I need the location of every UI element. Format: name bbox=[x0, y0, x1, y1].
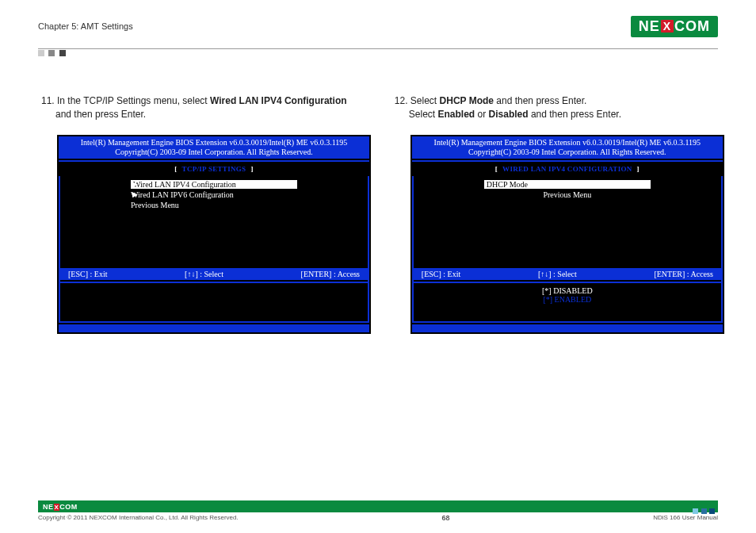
help-arrows: [↑↓] : Select bbox=[538, 270, 577, 278]
square-icon bbox=[701, 508, 707, 514]
square-icon bbox=[59, 50, 66, 56]
footer-text-row: Copyright © 2011 NEXCOM International Co… bbox=[38, 514, 718, 522]
bracket-icon: [ bbox=[491, 165, 502, 173]
menu-item-ipv6[interactable]: Wired LAN IPV6 Configuration▶ bbox=[60, 190, 368, 200]
help-enter: [ENTER] : Access bbox=[301, 270, 360, 278]
instr-text: Select bbox=[409, 109, 438, 120]
divider bbox=[38, 48, 718, 49]
logo-part-right: COM bbox=[674, 18, 710, 35]
step-number: 11. bbox=[41, 95, 55, 106]
help-arrows: [↑↓] : Select bbox=[185, 270, 223, 278]
instr-text: In the TCP/IP Settings menu, select bbox=[55, 95, 210, 106]
instr-bold: Enabled bbox=[438, 109, 475, 120]
bios-menu: Wired LAN IPV4 Configuration▶ Wired LAN … bbox=[59, 176, 369, 268]
bios-section-title: [ WIRED LAN IPV4 CONFIGURATION ] bbox=[412, 160, 723, 176]
footer-logo: NEXCOM bbox=[43, 503, 78, 511]
bios-bottom-bar bbox=[412, 324, 723, 332]
bios-title-line1: Intel(R) Management Engine BIOS Extensio… bbox=[415, 138, 720, 148]
bios-help-bar: [ESC] : Exit [↑↓] : Select [ENTER] : Acc… bbox=[59, 268, 369, 280]
bios-help-bar: [ESC] : Exit [↑↓] : Select [ENTER] : Acc… bbox=[412, 268, 723, 280]
menu-label: Previous Menu bbox=[484, 190, 651, 199]
menu-item-dhcp[interactable]: DHCP Mode bbox=[414, 179, 721, 190]
bios-title-line2: Copyright(C) 2003-09 Intel Corporation. … bbox=[415, 148, 720, 157]
logo-part-right: COM bbox=[59, 503, 78, 511]
menu-label: DHCP Mode bbox=[484, 180, 651, 189]
menu-label: Previous Menu bbox=[131, 201, 297, 209]
help-esc: [ESC] : Exit bbox=[422, 270, 460, 278]
bracket-icon: ] bbox=[632, 165, 644, 173]
square-icon bbox=[38, 50, 44, 56]
instr-text: or bbox=[475, 109, 488, 120]
bios-section-title: [ TCP/IP SETTINGS ] bbox=[59, 160, 369, 176]
logo-x-icon: X bbox=[661, 20, 674, 33]
menu-item-previous[interactable]: Previous Menu bbox=[60, 200, 368, 210]
column-right: 12. Select DHCP Mode and then press Ente… bbox=[391, 94, 718, 334]
logo-part-left: NE bbox=[639, 18, 660, 35]
bios-title-line1: Intel(R) Management Engine BIOS Extensio… bbox=[62, 138, 366, 148]
bios-header-bar: Intel(R) Management Engine BIOS Extensio… bbox=[412, 136, 723, 160]
page-header: Chapter 5: AMT Settings NE X COM bbox=[38, 12, 718, 40]
menu-item-previous[interactable]: Previous Menu bbox=[414, 190, 721, 200]
decorative-squares bbox=[38, 45, 67, 59]
option-disabled[interactable]: [*] DISABLED bbox=[414, 286, 721, 295]
page-number: 68 bbox=[441, 514, 449, 522]
copyright-text: Copyright © 2011 NEXCOM International Co… bbox=[38, 514, 239, 522]
manual-page: Chapter 5: AMT Settings NE X COM 11. In … bbox=[0, 0, 756, 533]
bracket-icon: ] bbox=[246, 165, 258, 173]
arrow-right-icon: ▶ bbox=[132, 190, 299, 198]
instr-text: and then press Enter. bbox=[529, 109, 621, 120]
step-number: 12. bbox=[395, 95, 408, 106]
bios-header-bar: Intel(R) Management Engine BIOS Extensio… bbox=[59, 136, 369, 160]
bracket-icon: [ bbox=[170, 165, 181, 173]
instruction-11: 11. In the TCP/IP Settings menu, select … bbox=[52, 94, 365, 122]
bios-lower-panel bbox=[59, 282, 369, 323]
instruction-12: 12. Select DHCP Mode and then press Ente… bbox=[406, 94, 718, 122]
bios-screen-right: Intel(R) Management Engine BIOS Extensio… bbox=[410, 135, 724, 334]
instr-bold: Wired LAN IPV4 Configuration bbox=[210, 95, 347, 106]
bios-screen-left: Intel(R) Management Engine BIOS Extensio… bbox=[57, 135, 371, 334]
bios-menu: DHCP Mode Previous Menu bbox=[412, 176, 723, 268]
header-rule bbox=[38, 40, 718, 61]
footer-decorative-squares bbox=[693, 503, 715, 517]
chapter-title: Chapter 5: AMT Settings bbox=[38, 21, 133, 31]
logo-part-left: NE bbox=[43, 503, 54, 511]
instr-text: and then press Enter. bbox=[494, 95, 586, 106]
content-columns: 11. In the TCP/IP Settings menu, select … bbox=[38, 94, 718, 334]
section-label: TCP/IP SETTINGS bbox=[182, 165, 246, 173]
bios-bottom-bar bbox=[59, 324, 369, 332]
square-icon bbox=[48, 50, 55, 56]
arrow-right-icon: ▶ bbox=[132, 180, 299, 188]
help-enter: [ENTER] : Access bbox=[654, 270, 712, 278]
footer-bar: NEXCOM bbox=[38, 500, 718, 512]
page-footer: NEXCOM Copyright © 2011 NEXCOM Internati… bbox=[38, 500, 718, 522]
help-esc: [ESC] : Exit bbox=[68, 270, 107, 278]
instr-bold: Disabled bbox=[489, 109, 529, 120]
instr-bold: DHCP Mode bbox=[440, 95, 494, 106]
column-left: 11. In the TCP/IP Settings menu, select … bbox=[38, 94, 365, 334]
nexcom-logo: NE X COM bbox=[631, 16, 718, 37]
bios-lower-panel: [*] DISABLED [*] ENABLED bbox=[412, 282, 723, 323]
instr-text: Select bbox=[408, 95, 440, 106]
instr-text: and then press Enter. bbox=[55, 109, 146, 120]
bios-title-line2: Copyright(C) 2003-09 Intel Corporation. … bbox=[62, 148, 366, 157]
menu-item-ipv4[interactable]: Wired LAN IPV4 Configuration▶ bbox=[60, 179, 368, 190]
section-label: WIRED LAN IPV4 CONFIGURATION bbox=[502, 165, 632, 173]
square-icon bbox=[693, 508, 698, 514]
option-enabled[interactable]: [*] ENABLED bbox=[414, 295, 721, 304]
square-icon bbox=[709, 508, 715, 514]
